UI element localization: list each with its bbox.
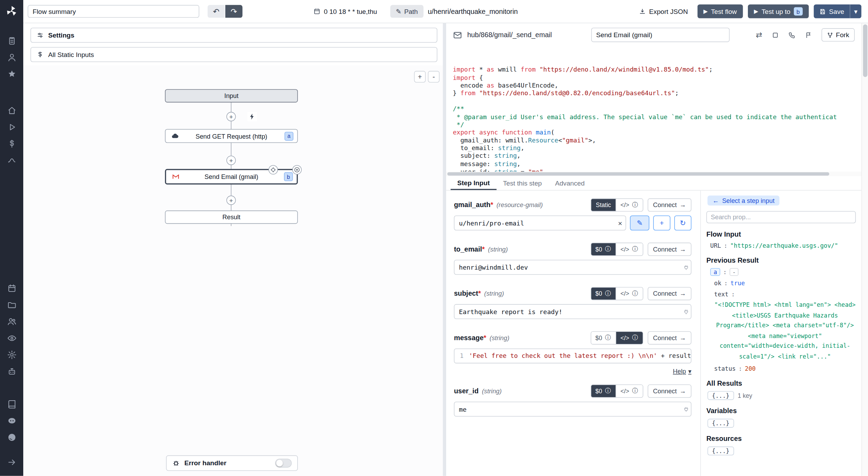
prop-row-ok[interactable]: ok:true bbox=[706, 280, 856, 287]
export-json-button[interactable]: Export JSON bbox=[634, 8, 692, 15]
save-dropdown-caret[interactable]: ▾ bbox=[850, 5, 861, 18]
zoom-out-button[interactable]: - bbox=[428, 71, 439, 82]
path-chip[interactable]: ✎ Path bbox=[390, 5, 423, 18]
add-step-button[interactable]: + bbox=[226, 196, 236, 205]
editor-mode-segment[interactable]: </>ⓘ bbox=[616, 199, 642, 211]
add-step-button[interactable]: + bbox=[226, 156, 236, 165]
connect-button[interactable]: Connect→ bbox=[648, 198, 692, 211]
node-input[interactable]: Input bbox=[165, 89, 298, 102]
github-icon[interactable] bbox=[0, 429, 23, 445]
node-http-get[interactable]: Send GET Request (http) a bbox=[165, 129, 298, 143]
users-icon[interactable] bbox=[0, 313, 23, 330]
book-icon[interactable] bbox=[0, 395, 23, 412]
flag-icon[interactable] bbox=[805, 31, 812, 39]
editor-mode-segment[interactable]: </>ⓘ bbox=[616, 385, 642, 397]
connect-button[interactable]: Connect→ bbox=[648, 243, 692, 256]
flow-canvas[interactable]: + - Input + Send GET Request (http) a + bbox=[23, 65, 443, 476]
dollar-icon[interactable] bbox=[0, 135, 23, 152]
all-static-inputs-button[interactable]: All Static Inputs bbox=[31, 47, 437, 62]
sync-icon[interactable]: ⇄ bbox=[756, 31, 762, 40]
select-step-input-button[interactable]: ← Select a step input bbox=[708, 196, 779, 206]
folder-icon[interactable] bbox=[0, 296, 23, 313]
plug-icon[interactable] bbox=[683, 309, 689, 315]
object-chip[interactable]: {...} bbox=[708, 446, 734, 456]
node-result[interactable]: Result bbox=[165, 211, 298, 224]
help-link[interactable]: Help▾ bbox=[673, 367, 691, 375]
error-handler-toggle[interactable] bbox=[275, 459, 292, 468]
editor-mode-segment[interactable]: </>ⓘ bbox=[616, 331, 642, 344]
move-step-icon[interactable] bbox=[268, 165, 278, 174]
object-chip[interactable]: {...} bbox=[708, 391, 734, 400]
eye-icon[interactable] bbox=[0, 330, 23, 346]
editor-mode-segment[interactable]: </>ⓘ bbox=[616, 287, 642, 299]
prop-row-a[interactable]: a:- bbox=[706, 268, 856, 276]
error-handler[interactable]: Error handler bbox=[166, 456, 298, 471]
trigger-bolt-button[interactable] bbox=[248, 112, 257, 121]
clear-icon[interactable]: × bbox=[618, 219, 622, 227]
user-icon[interactable] bbox=[0, 49, 23, 65]
step-name-input[interactable] bbox=[591, 28, 730, 42]
undo-button[interactable]: ↶ bbox=[208, 5, 225, 18]
tab-test-this-step[interactable]: Test this step bbox=[496, 176, 549, 190]
flow-settings-button[interactable]: Settings bbox=[31, 28, 437, 43]
connect-button[interactable]: Connect→ bbox=[648, 287, 692, 300]
code-horizontal-scrollbar[interactable] bbox=[446, 172, 861, 176]
user-id-input[interactable] bbox=[454, 402, 691, 417]
object-chip[interactable]: {...} bbox=[708, 419, 734, 428]
to-email-input[interactable] bbox=[454, 260, 691, 275]
script-path[interactable]: hub/868/gmail/_send_email bbox=[467, 31, 552, 39]
tab-step-input[interactable]: Step Input bbox=[451, 176, 496, 190]
robot-icon[interactable] bbox=[0, 363, 23, 379]
save-button[interactable]: Save ▾ bbox=[813, 5, 861, 18]
resources-row[interactable]: {...} bbox=[706, 446, 856, 456]
play-icon[interactable] bbox=[0, 118, 23, 135]
node-send-email-selected[interactable]: Send Email (gmail) b bbox=[165, 169, 298, 184]
edit-resource-button[interactable]: ✎ bbox=[630, 215, 649, 230]
all-results-row[interactable]: {...}1 key bbox=[706, 391, 856, 400]
connect-button[interactable]: Connect→ bbox=[648, 384, 692, 397]
home-icon[interactable] bbox=[0, 102, 23, 118]
expand-icon[interactable] bbox=[772, 31, 779, 39]
static-mode-segment[interactable]: $0ⓘ bbox=[591, 385, 616, 397]
subject-input[interactable] bbox=[454, 304, 691, 319]
arrow-right-icon[interactable] bbox=[0, 454, 23, 470]
worm-icon[interactable] bbox=[0, 152, 23, 169]
fork-button[interactable]: Fork bbox=[821, 28, 855, 41]
refresh-resource-button[interactable]: ↻ bbox=[674, 215, 691, 230]
message-expression-editor[interactable]: 1 'Feel free to check out the latest rep… bbox=[454, 348, 691, 363]
static-mode-segment[interactable]: $0ⓘ bbox=[591, 243, 616, 255]
flow-summary-input[interactable] bbox=[28, 5, 199, 18]
windmill-logo[interactable] bbox=[0, 0, 23, 22]
static-mode-segment[interactable]: $0ⓘ bbox=[591, 331, 616, 344]
editor-mode-segment[interactable]: </>ⓘ bbox=[616, 243, 642, 255]
prop-row-url[interactable]: URL:"https://earthquake.usgs.gov/" bbox=[706, 242, 856, 249]
gear-icon[interactable] bbox=[0, 346, 23, 363]
delete-step-icon[interactable] bbox=[292, 165, 302, 174]
calendar-icon[interactable] bbox=[0, 280, 23, 296]
prop-row-text[interactable]: text: "<!DOCTYPE html> <html lang="en"> … bbox=[706, 291, 856, 361]
test-up-to-button[interactable]: ▶ Test up to b bbox=[748, 5, 809, 18]
star-icon[interactable] bbox=[0, 65, 23, 82]
panel-splitter[interactable] bbox=[443, 23, 446, 476]
gmail-auth-resource-input[interactable] bbox=[454, 215, 626, 230]
prop-row-status[interactable]: status:200 bbox=[706, 365, 856, 372]
test-flow-button[interactable]: ▶ Test flow bbox=[697, 5, 743, 18]
connect-button[interactable]: Connect→ bbox=[648, 331, 692, 344]
clipboard-icon[interactable] bbox=[0, 32, 23, 49]
variables-row[interactable]: {...} bbox=[706, 419, 856, 428]
phone-icon[interactable] bbox=[788, 31, 795, 39]
code-editor[interactable]: import * as wmill from "https://deno.lan… bbox=[446, 47, 861, 172]
schedule-cron[interactable]: 0 10 18 * * tue,thu bbox=[313, 8, 377, 15]
vertical-scrollbar[interactable] bbox=[861, 23, 868, 476]
add-resource-button[interactable]: + bbox=[653, 215, 670, 230]
search-prop-input[interactable] bbox=[706, 211, 856, 223]
tab-advanced[interactable]: Advanced bbox=[549, 176, 591, 190]
static-mode-segment[interactable]: $0ⓘ bbox=[591, 287, 616, 299]
static-mode-segment[interactable]: Static bbox=[591, 199, 616, 211]
discord-icon[interactable] bbox=[0, 412, 23, 429]
redo-button[interactable]: ↷ bbox=[225, 5, 242, 18]
zoom-in-button[interactable]: + bbox=[414, 71, 426, 82]
plug-icon[interactable] bbox=[683, 264, 689, 271]
path-value[interactable]: u/henri/earthquake_monitorin bbox=[428, 8, 518, 15]
plug-icon[interactable] bbox=[683, 406, 689, 412]
